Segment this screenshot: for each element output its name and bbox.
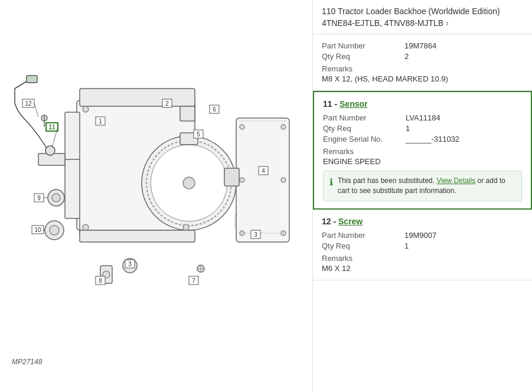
svg-text:8: 8 [99, 277, 102, 284]
part-section-prev: Part Number 19M7864 Qty Req 2 Remarks M8… [313, 34, 532, 91]
remarks-value-11: ENGINE SPEED [323, 157, 522, 166]
remarks-section-prev: Remarks M8 X 12, (HS, HEAD MARKED 10.9) [322, 64, 523, 83]
part-section-11: 11 - Sensor Part Number LVA11184 Qty Req… [313, 91, 532, 210]
svg-point-38 [52, 194, 60, 202]
svg-point-22 [83, 224, 89, 230]
substitution-notice-11: ℹ This part has been substituted. View D… [323, 171, 522, 201]
remarks-section-12: Remarks M6 X 12 [322, 254, 523, 273]
part-details-prev: Part Number 19M7864 Qty Req 2 [322, 41, 523, 61]
part-number-label-prev: Part Number [322, 41, 404, 50]
svg-text:9: 9 [37, 195, 41, 201]
svg-rect-35 [180, 106, 195, 121]
part-details-12: Part Number 19M9007 Qty Req 1 [322, 231, 523, 250]
svg-point-14 [281, 178, 286, 182]
svg-point-23 [183, 224, 189, 230]
qty-label-prev: Qty Req [322, 52, 404, 61]
part-section-12: 12 - Screw Part Number 19M9007 Qty Req 1… [313, 210, 532, 280]
svg-text:3: 3 [128, 261, 132, 267]
svg-rect-27 [27, 76, 37, 83]
svg-point-10 [281, 125, 286, 129]
qty-value-11: 1 [406, 124, 522, 133]
part-name-link-12[interactable]: Screw [338, 217, 363, 226]
part-number-prefix-11: 11 - [323, 99, 340, 109]
right-panel: 110 Tractor Loader Backhoe (Worldwide Ed… [313, 0, 532, 392]
svg-text:3: 3 [254, 231, 257, 238]
svg-rect-2 [65, 112, 80, 218]
remarks-label-12: Remarks [322, 254, 523, 263]
svg-text:12: 12 [25, 100, 32, 107]
part-number-label-12: Part Number [322, 231, 404, 240]
svg-text:2: 2 [165, 100, 169, 107]
svg-point-6 [183, 177, 195, 189]
part-title-11: 11 - Sensor [323, 99, 522, 109]
remarks-value-prev: M8 X 12, (HS, HEAD MARKED 10.9) [322, 74, 523, 83]
svg-text:1: 1 [99, 118, 102, 125]
part-name-link-11[interactable]: Sensor [340, 99, 367, 109]
engine-serial-value-11: ______-311032 [406, 135, 522, 143]
svg-text:7: 7 [192, 277, 195, 284]
remarks-label-prev: Remarks [322, 64, 523, 73]
remarks-value-12: M6 X 12 [322, 264, 523, 273]
svg-text:5: 5 [197, 131, 200, 138]
substitution-text-11: This part has been substituted. View Det… [338, 176, 515, 196]
qty-value-12: 1 [404, 241, 523, 250]
part-title-12: 12 - Screw [322, 217, 523, 226]
part-number-label-11: Part Number [323, 113, 406, 122]
diagram-panel: 1 2 3 3 4 5 6 [0, 0, 313, 392]
remarks-label-11: Remarks [323, 147, 522, 156]
svg-point-26 [45, 146, 55, 155]
info-icon-11: ℹ [329, 177, 333, 188]
header-section: 110 Tractor Loader Backhoe (Worldwide Ed… [313, 0, 532, 34]
part-number-value-11: LVA11184 [406, 113, 522, 122]
svg-rect-3 [80, 89, 195, 106]
svg-point-13 [240, 178, 244, 182]
view-details-link-11[interactable]: View Details [436, 177, 475, 185]
part-details-11: Part Number LVA11184 Qty Req 1 Engine Se… [323, 113, 522, 143]
remarks-section-11: Remarks ENGINE SPEED [323, 147, 522, 166]
svg-text:11: 11 [48, 124, 56, 130]
svg-rect-36 [224, 168, 239, 186]
svg-text:4: 4 [262, 168, 265, 174]
diagram-container: 1 2 3 3 4 5 6 [6, 6, 307, 372]
svg-point-40 [50, 226, 59, 235]
svg-point-9 [240, 125, 244, 129]
header-title: 110 Tractor Loader Backhoe (Worldwide Ed… [322, 6, 523, 29]
part-number-value-12: 19M9007 [404, 231, 523, 240]
qty-value-prev: 2 [404, 52, 523, 61]
diagram-label: MP27148 [12, 358, 42, 366]
svg-rect-19 [80, 230, 195, 242]
qty-label-12: Qty Req [322, 241, 404, 250]
part-number-value-prev: 19M7864 [404, 41, 523, 50]
header-arrow[interactable]: › [446, 18, 449, 28]
engine-serial-label-11: Engine Serial No. [323, 135, 406, 143]
part-number-prefix-12: 12 - [322, 217, 338, 226]
parts-diagram: 1 2 3 3 4 5 6 [6, 6, 307, 372]
qty-label-11: Qty Req [323, 124, 406, 133]
svg-text:6: 6 [213, 106, 216, 113]
svg-point-20 [83, 106, 89, 112]
svg-text:10: 10 [34, 227, 41, 233]
